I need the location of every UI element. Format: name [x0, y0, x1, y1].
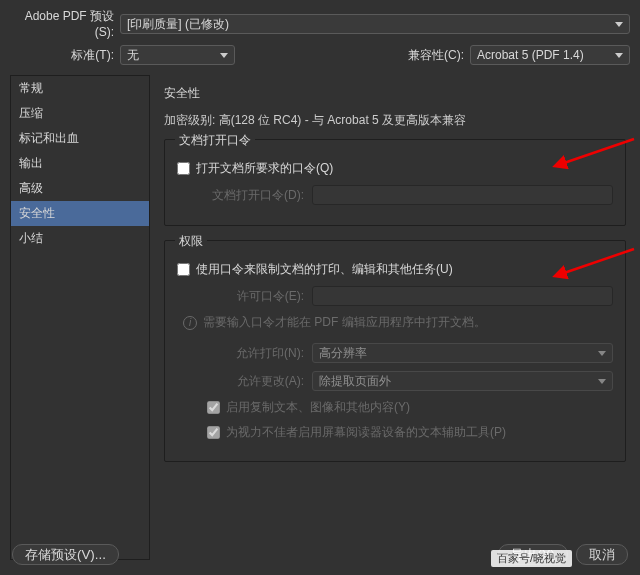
panel-title: 安全性	[164, 85, 626, 102]
allow-printing-label: 允许打印(N):	[177, 345, 312, 362]
restrict-permissions-label: 使用口令来限制文档的打印、编辑和其他任务(U)	[196, 261, 453, 278]
compat-label: 兼容性(C):	[408, 47, 470, 64]
enable-copy-checkbox	[207, 401, 220, 414]
enable-copy-label: 启用复制文本、图像和其他内容(Y)	[226, 399, 410, 416]
permission-password-label: 许可口令(E):	[177, 288, 312, 305]
cancel-button[interactable]: 取消	[576, 544, 628, 565]
compat-select[interactable]: Acrobat 5 (PDF 1.4)	[470, 45, 630, 65]
open-password-label: 文档打开口令(D):	[177, 187, 312, 204]
enable-accessibility-label: 为视力不佳者启用屏幕阅读器设备的文本辅助工具(P)	[226, 424, 506, 441]
preset-label: Adobe PDF 预设(S):	[10, 8, 120, 39]
info-icon: i	[183, 316, 197, 330]
permissions-legend: 权限	[175, 233, 207, 250]
require-open-password-checkbox[interactable]	[177, 162, 190, 175]
save-preset-button[interactable]: 存储预设(V)...	[12, 544, 119, 565]
open-password-input	[312, 185, 613, 205]
watermark: 百家号/晓视觉	[491, 550, 572, 567]
open-password-legend: 文档打开口令	[175, 132, 255, 149]
enable-accessibility-checkbox	[207, 426, 220, 439]
preset-select[interactable]: [印刷质量] (已修改)	[120, 14, 630, 34]
sidebar-item-summary[interactable]: 小结	[11, 226, 149, 251]
sidebar-item-general[interactable]: 常规	[11, 76, 149, 101]
sidebar-item-marks[interactable]: 标记和出血	[11, 126, 149, 151]
restrict-permissions-checkbox[interactable]	[177, 263, 190, 276]
sidebar-item-compression[interactable]: 压缩	[11, 101, 149, 126]
allow-changes-label: 允许更改(A):	[177, 373, 312, 390]
standard-label: 标准(T):	[10, 47, 120, 64]
encryption-level: 加密级别: 高(128 位 RC4) - 与 Acrobat 5 及更高版本兼容	[164, 112, 626, 129]
sidebar-item-security[interactable]: 安全性	[11, 201, 149, 226]
allow-printing-select[interactable]: 高分辨率	[312, 343, 613, 363]
sidebar-item-output[interactable]: 输出	[11, 151, 149, 176]
permissions-group: 权限 使用口令来限制文档的打印、编辑和其他任务(U) 许可口令(E): i 需要…	[164, 240, 626, 462]
standard-select[interactable]: 无	[120, 45, 235, 65]
require-open-password-label: 打开文档所要求的口令(Q)	[196, 160, 333, 177]
sidebar-item-advanced[interactable]: 高级	[11, 176, 149, 201]
open-password-group: 文档打开口令 打开文档所要求的口令(Q) 文档打开口令(D):	[164, 139, 626, 226]
permission-note: 需要输入口令才能在 PDF 编辑应用程序中打开文档。	[203, 314, 486, 331]
allow-changes-select[interactable]: 除提取页面外	[312, 371, 613, 391]
permission-password-input	[312, 286, 613, 306]
category-sidebar: 常规 压缩 标记和出血 输出 高级 安全性 小结	[10, 75, 150, 560]
